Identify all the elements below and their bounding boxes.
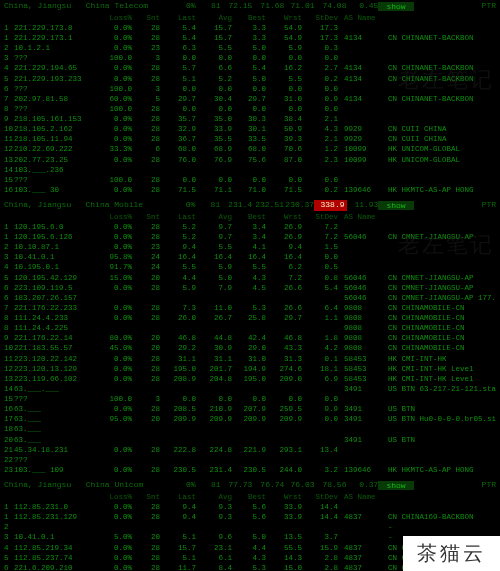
hop-best: 4.4 — [232, 543, 266, 553]
hop-avg: 9.3 — [196, 512, 232, 522]
hop-stdev: 13.4 — [302, 445, 338, 455]
hop-avg: 9.7 — [196, 222, 232, 232]
hop-ip: 221.6.209.210 — [14, 563, 96, 571]
hop-avg: 0.0 — [196, 104, 232, 114]
hop-name: CN CHINAMOBILE-CN — [384, 323, 496, 333]
hop-name — [384, 23, 496, 33]
hop-asn — [338, 424, 384, 434]
hop-row: 6???100.030.00.00.00.00.0 — [0, 84, 500, 94]
hop-asn — [338, 175, 384, 185]
hop-stdev: 0.0 — [302, 414, 338, 424]
hop-asn: 4837 — [338, 543, 384, 553]
hop-num: 3 — [4, 532, 14, 542]
hop-wrst: 54.9 — [266, 23, 302, 33]
hop-row: 2- — [0, 522, 500, 532]
hop-wrst: 0.0 — [266, 175, 302, 185]
hdr-best: 71.01 — [284, 1, 314, 12]
hop-stdev — [302, 424, 338, 434]
hop-loss — [96, 323, 132, 333]
hop-avg — [196, 435, 232, 445]
hop-last: 11.7 — [160, 563, 196, 571]
hop-row: 7221.176.22.2330.0%287.311.05.326.66.498… — [0, 303, 500, 313]
hop-ip: 221.176.22.14 — [14, 333, 96, 343]
hop-last — [160, 522, 196, 532]
hop-name: CN CMNET-JIANGSU-AP 177.25.207.183.stati… — [384, 293, 496, 303]
hop-avg: 7.9 — [196, 283, 232, 293]
hop-asn — [338, 165, 384, 175]
hop-row: 10218.105.2.1620.0%2832.933.930.150.94.3… — [0, 124, 500, 134]
hop-stdev — [302, 435, 338, 445]
hop-snt — [132, 293, 160, 303]
hop-row: 8111.24.4.2259808CN CHINAMOBILE-CN — [0, 323, 500, 333]
hop-name — [384, 104, 496, 114]
hop-row: 1120.195.6.1260.0%285.29.73.426.97.25604… — [0, 232, 500, 242]
hop-best: 5.6 — [232, 502, 266, 512]
section-header: China, JiangsuChina Mobile0%81231.4232.5… — [0, 199, 500, 212]
hop-stdev: 3.2 — [302, 465, 338, 475]
hop-name — [384, 455, 496, 465]
hop-ip: ??? — [14, 104, 96, 114]
hop-wrst: 0.0 — [266, 394, 302, 404]
hop-loss — [96, 435, 132, 445]
show-button[interactable]: show — [378, 2, 413, 11]
isp: China Telecom — [86, 1, 164, 12]
hop-name: CN CUII CHINA — [384, 134, 496, 144]
hop-last: 71.5 — [160, 185, 196, 195]
hop-stdev: 0.0 — [302, 394, 338, 404]
hop-num: 20 — [4, 435, 14, 445]
hop-wrst: 55.5 — [266, 543, 302, 553]
hop-last: 5.2 — [160, 222, 196, 232]
hop-avg: 5.9 — [196, 262, 232, 272]
hop-loss: 5.0% — [96, 532, 132, 542]
hop-row: 4221.229.194.650.0%285.76.65.416.22.7413… — [0, 63, 500, 73]
hop-loss: 0.0% — [96, 33, 132, 43]
hop-asn: 9808 — [338, 343, 384, 353]
hop-num: 12 — [4, 364, 14, 374]
hop-best: 0.0 — [232, 104, 266, 114]
hop-last: 26.0 — [160, 313, 196, 323]
hop-avg — [196, 522, 232, 532]
hop-num: 16 — [4, 185, 14, 195]
hop-last — [160, 384, 196, 394]
hop-wrst — [266, 435, 302, 445]
hop-wrst — [266, 323, 302, 333]
hop-ip: 112.85.237.74 — [14, 553, 96, 563]
hop-name: CN CHINA169-BACKBON — [384, 512, 496, 522]
hop-num: 18 — [4, 424, 14, 434]
hop-name: US BTN Hu0-0-0-0.br05.sin02.pccwbtn… — [384, 414, 496, 424]
hop-ip: 221.229.173.8 — [14, 23, 96, 33]
hop-asn: 4134 — [338, 63, 384, 73]
hop-stdev: 1.2 — [302, 144, 338, 154]
hop-avg: 5.5 — [196, 242, 232, 252]
hop-row: 1463.___.___3491US BTN 63-217-21-121.sta… — [0, 384, 500, 394]
hop-ip — [14, 522, 96, 532]
hop-best: 194.9 — [232, 364, 266, 374]
hop-snt: 28 — [132, 374, 160, 384]
hop-ip: 202.97.81.58 — [14, 94, 96, 104]
hop-asn — [338, 445, 384, 455]
hop-num: 7 — [4, 94, 14, 104]
hop-last: 5.4 — [160, 23, 196, 33]
hdr-stdev: 0.37 — [346, 480, 378, 491]
hop-asn: 3491 — [338, 404, 384, 414]
hop-snt: 28 — [132, 303, 160, 313]
hop-loss: 0.0% — [96, 445, 132, 455]
show-button[interactable]: show — [378, 201, 413, 210]
hop-avg: 6.1 — [196, 553, 232, 563]
hop-snt — [132, 455, 160, 465]
hop-name: CN CMNET-JIANGSU-AP — [384, 273, 496, 283]
hop-asn: 4837 — [338, 512, 384, 522]
hop-asn: 58453 — [338, 374, 384, 384]
hop-loss: 0.0% — [96, 364, 132, 374]
hop-wrst: 71.5 — [266, 185, 302, 195]
hop-best: 3.3 — [232, 23, 266, 33]
hop-avg: 33.9 — [196, 124, 232, 134]
show-button[interactable]: show — [378, 481, 413, 490]
hop-stdev: 4.2 — [302, 343, 338, 353]
hop-loss: 0.0% — [96, 512, 132, 522]
hop-loss: 33.3% — [96, 144, 132, 154]
hop-row: 3???100.030.00.00.00.00.0 — [0, 53, 500, 63]
hop-name: CN CMNET-JIANGSU-AP — [384, 283, 496, 293]
trace-section-1: China, JiangsuChina Mobile0%81231.4232.5… — [0, 199, 500, 475]
hop-num: 6 — [4, 84, 14, 94]
